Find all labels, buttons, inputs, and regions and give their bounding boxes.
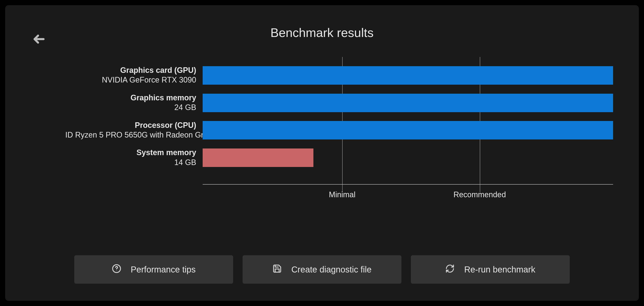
create-diagnostic-button[interactable]: Create diagnostic file — [242, 255, 402, 284]
axis-baseline — [203, 184, 613, 185]
row-gpu-mem: Graphics memory 24 GB — [65, 93, 613, 113]
bar-track — [203, 94, 613, 112]
action-buttons: Performance tips Create diagnostic file … — [5, 255, 639, 284]
row-title: Processor (CPU) — [65, 121, 196, 130]
button-label: Performance tips — [131, 265, 196, 274]
benchmark-chart: Minimal Recommended Graphics card (GPU) … — [65, 66, 613, 199]
svg-point-2 — [116, 270, 117, 271]
arrow-left-icon — [33, 42, 45, 46]
row-title: Graphics card (GPU) — [65, 66, 196, 75]
axis-label-recommended: Recommended — [454, 190, 506, 199]
row-subtitle: 14 GB — [65, 157, 196, 168]
save-icon — [272, 264, 282, 275]
button-label: Create diagnostic file — [291, 265, 372, 274]
row-label: Graphics card (GPU) NVIDIA GeForce RTX 3… — [65, 66, 203, 85]
back-button[interactable] — [33, 33, 45, 46]
row-subtitle: ID Ryzen 5 PRO 5650G with Radeon Graphic… — [65, 130, 196, 140]
bar-cpu — [203, 121, 613, 139]
row-subtitle: NVIDIA GeForce RTX 3090 — [65, 75, 196, 85]
row-title: System memory — [65, 148, 196, 157]
row-subtitle: 24 GB — [65, 102, 196, 113]
bar-track — [203, 121, 613, 139]
page-title: Benchmark results — [18, 25, 626, 40]
axis-label-minimal: Minimal — [329, 190, 356, 199]
row-cpu: Processor (CPU) ID Ryzen 5 PRO 5650G wit… — [65, 121, 613, 140]
button-label: Re-run benchmark — [464, 265, 535, 274]
help-circle-icon — [112, 264, 121, 275]
bar-gpu — [203, 66, 613, 85]
row-title: Graphics memory — [65, 93, 196, 102]
row-label: Graphics memory 24 GB — [65, 93, 203, 113]
row-label: Processor (CPU) ID Ryzen 5 PRO 5650G wit… — [65, 121, 203, 140]
bar-track — [203, 148, 613, 167]
row-sys-mem: System memory 14 GB — [65, 148, 613, 168]
row-gpu: Graphics card (GPU) NVIDIA GeForce RTX 3… — [65, 66, 613, 85]
row-label: System memory 14 GB — [65, 148, 203, 168]
bar-sys-mem — [203, 148, 314, 167]
rerun-benchmark-button[interactable]: Re-run benchmark — [411, 255, 570, 284]
refresh-icon — [445, 264, 455, 275]
chart-rows: Graphics card (GPU) NVIDIA GeForce RTX 3… — [65, 66, 613, 168]
bar-track — [203, 66, 613, 85]
bar-gpu-mem — [203, 94, 613, 112]
benchmark-panel: Benchmark results Minimal Recommended Gr… — [5, 5, 639, 301]
performance-tips-button[interactable]: Performance tips — [74, 255, 233, 284]
